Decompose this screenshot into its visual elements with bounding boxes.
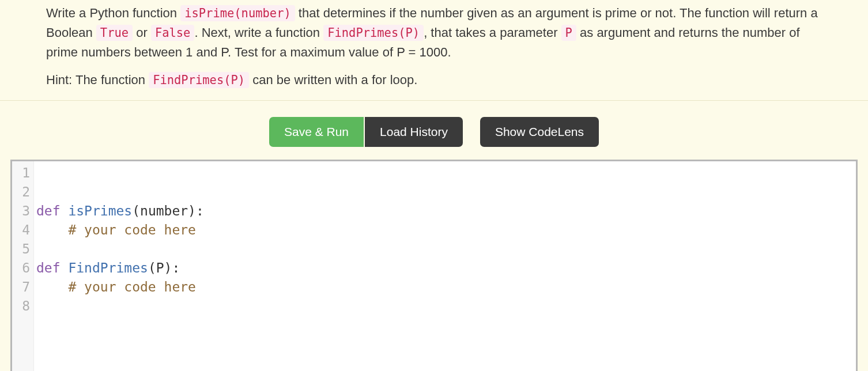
show-codelens-button[interactable]: Show CodeLens xyxy=(480,117,599,147)
line-number: 3 xyxy=(12,202,30,221)
code-token: # your code here xyxy=(68,222,196,237)
code-token: # your code here xyxy=(68,279,196,294)
code-token: (number): xyxy=(132,203,204,218)
code-literal: True xyxy=(96,25,133,41)
code-line[interactable]: # your code here xyxy=(36,278,856,297)
code-token xyxy=(36,279,68,294)
save-run-button[interactable]: Save & Run xyxy=(269,117,364,147)
code-token xyxy=(61,260,69,275)
code-area[interactable]: def isPrimes(number): # your code herede… xyxy=(34,161,856,371)
line-number: 6 xyxy=(12,259,30,278)
code-editor[interactable]: 12345678 def isPrimes(number): # your co… xyxy=(10,160,858,371)
code-line[interactable]: def isPrimes(number): xyxy=(36,202,856,221)
instructions-block: Write a Python function isPrime(number) … xyxy=(0,3,868,101)
code-literal: FindPrimes(P) xyxy=(149,72,249,88)
line-number: 5 xyxy=(12,240,30,259)
code-literal: isPrime(number) xyxy=(180,5,295,21)
code-token: def xyxy=(36,203,61,218)
instruction-paragraph-2: Hint: The function FindPrimes(P) can be … xyxy=(46,70,822,90)
code-line[interactable]: # your code here xyxy=(36,221,856,240)
line-number: 7 xyxy=(12,278,30,297)
line-number: 2 xyxy=(12,183,30,202)
code-token xyxy=(36,222,68,237)
button-group: Save & Run Load History xyxy=(269,117,463,147)
instruction-text: or xyxy=(133,25,151,40)
instruction-text: . Next, write a function xyxy=(194,25,323,40)
code-line[interactable]: def FindPrimes(P): xyxy=(36,259,856,278)
line-number: 8 xyxy=(12,297,30,316)
load-history-button[interactable]: Load History xyxy=(365,117,463,147)
code-literal: FindPrimes(P) xyxy=(323,25,424,41)
instruction-text: , that takes a parameter xyxy=(424,25,561,40)
instruction-text: Hint: The function xyxy=(46,73,149,87)
code-line[interactable] xyxy=(36,297,856,316)
code-token: def xyxy=(36,260,61,275)
code-token: FindPrimes xyxy=(68,260,148,275)
code-literal: False xyxy=(151,25,195,41)
code-token xyxy=(61,203,69,218)
line-number-gutter: 12345678 xyxy=(12,161,34,371)
code-line[interactable] xyxy=(36,240,856,259)
line-number: 1 xyxy=(12,164,30,183)
instruction-text: Write a Python function xyxy=(46,6,180,20)
instruction-paragraph-1: Write a Python function isPrime(number) … xyxy=(46,3,822,62)
code-line[interactable] xyxy=(36,335,856,354)
code-literal: P xyxy=(561,25,576,41)
code-token: isPrimes xyxy=(68,203,132,218)
line-number: 4 xyxy=(12,221,30,240)
instruction-text: can be written with a for loop. xyxy=(249,73,417,87)
code-line[interactable] xyxy=(36,316,856,335)
code-token: (P): xyxy=(148,260,180,275)
editor-toolbar: Save & Run Load History Show CodeLens xyxy=(0,101,868,157)
